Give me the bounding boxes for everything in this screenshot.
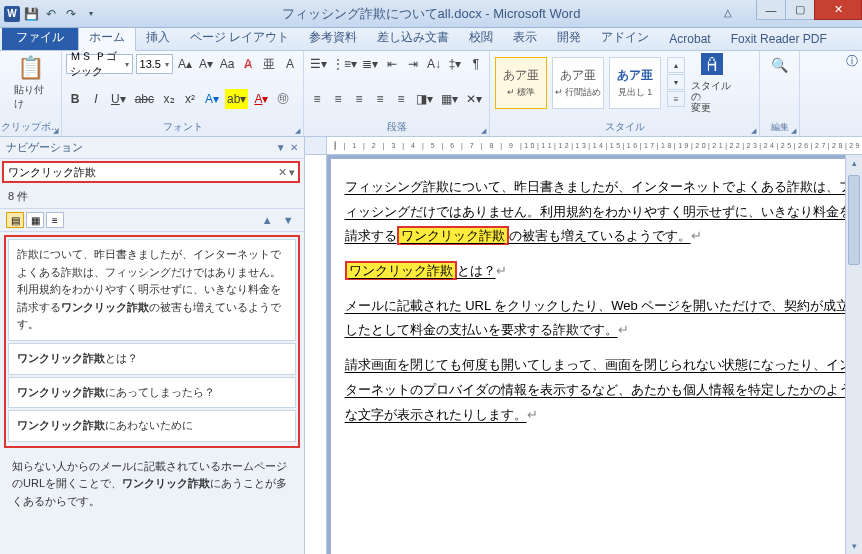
search-clear-icon[interactable]: ✕	[278, 166, 287, 179]
tab-insert[interactable]: 挿入	[136, 26, 180, 50]
superscript-button[interactable]: x²	[181, 89, 199, 109]
sort-button[interactable]: A↓	[425, 54, 443, 74]
phonetic-button[interactable]: 亜	[260, 54, 278, 74]
shading-button[interactable]: ◨▾	[413, 89, 435, 109]
navigation-pane: ナビゲーション ▼ ✕ ✕ ▾ 8 件 ▤ ▦ ≡ ▲ ▼ 詐欺について、昨日書…	[0, 137, 305, 554]
scroll-thumb[interactable]	[848, 175, 860, 265]
nav-search-box[interactable]: ✕ ▾	[2, 161, 300, 183]
grow-font-button[interactable]: A▴	[176, 54, 194, 74]
strike-button[interactable]: abc	[132, 89, 157, 109]
paste-button[interactable]: 📋 貼り付け	[11, 54, 51, 112]
scroll-down-icon[interactable]: ▾	[846, 538, 862, 554]
search-dropdown-icon[interactable]: ▾	[289, 166, 295, 179]
tab-developer[interactable]: 開発	[547, 26, 591, 50]
indent-inc-button[interactable]: ⇥	[404, 54, 422, 74]
undo-icon[interactable]: ↶	[42, 5, 60, 23]
title-bar: W 💾 ↶ ↷ ▾ フィッシング詐欺についてall.docx - Microso…	[0, 0, 862, 28]
numbering-button[interactable]: ⋮≡▾	[331, 54, 358, 74]
align-right-button[interactable]: ≡	[350, 89, 368, 109]
text-effects-button[interactable]: A▾	[202, 89, 222, 109]
style-nospacing[interactable]: あア亜 ↵ 行間詰め	[552, 57, 604, 109]
enclose-button[interactable]: ㊞	[274, 89, 292, 109]
clear-format-button[interactable]: A̷	[239, 54, 257, 74]
nav-result-item[interactable]: ワンクリック詐欺にあってしまったら？	[8, 377, 296, 409]
change-styles-button[interactable]: 🅰 スタイルの 変更	[688, 53, 736, 111]
bold-button[interactable]: B	[66, 89, 84, 109]
ruler-corner	[305, 137, 327, 155]
highlight-match: ワンクリック詐欺	[345, 261, 457, 280]
bullets-button[interactable]: ☰▾	[308, 54, 328, 74]
highlight-button[interactable]: ab▾	[225, 89, 248, 109]
help-icon[interactable]: ⓘ	[846, 53, 858, 70]
paste-icon: 📋	[17, 55, 44, 81]
window-title: フィッシング詐欺についてall.docx - Microsoft Word	[282, 5, 581, 23]
find-icon[interactable]: 🔍	[771, 57, 788, 73]
nav-result-count: 8 件	[0, 185, 304, 209]
nav-result-item[interactable]: ワンクリック詐欺にあわないために	[8, 410, 296, 442]
vertical-ruler[interactable]	[305, 155, 327, 554]
multilevel-button[interactable]: ≣▾	[361, 54, 380, 74]
group-paragraph-label: 段落	[304, 120, 489, 136]
vertical-scrollbar[interactable]: ▴ ▾	[845, 155, 862, 554]
align-left-button[interactable]: ≡	[308, 89, 326, 109]
font-name-select[interactable]: ＭＳ Ｐゴシック▾	[66, 54, 133, 74]
close-button[interactable]: ✕	[814, 0, 862, 20]
tab-references[interactable]: 参考資料	[299, 26, 367, 50]
redo-icon[interactable]: ↷	[62, 5, 80, 23]
subscript-button[interactable]: x₂	[160, 89, 178, 109]
align-justify-button[interactable]: ≡	[371, 89, 389, 109]
nav-result-item[interactable]: 詐欺について、昨日書きましたが、インターネットでよくある詐欺は、フィッシングだけ…	[8, 239, 296, 341]
tab-addins[interactable]: アドイン	[591, 26, 659, 50]
tab-review[interactable]: 校閲	[459, 26, 503, 50]
ribbon: ⓘ 📋 貼り付け クリップボ... ＭＳ Ｐゴシック▾ 13.5▾ A▴ A▾ …	[0, 51, 862, 137]
styles-scroll-down[interactable]: ▾	[667, 74, 685, 90]
style-heading1[interactable]: あア亜 見出し 1	[609, 57, 661, 109]
word-app-icon: W	[4, 6, 20, 22]
asian-layout-button[interactable]: ✕▾	[464, 89, 485, 109]
group-editing-label: 編集	[760, 121, 799, 136]
font-size-select[interactable]: 13.5▾	[136, 54, 173, 74]
ribbon-min-icon[interactable]: △	[724, 7, 732, 18]
indent-dec-button[interactable]: ⇤	[383, 54, 401, 74]
borders-button[interactable]: ▦▾	[438, 89, 460, 109]
document-area: ┃ | 1 | 2 | 3 | 4 | 5 | 6 | 7 | 8 | 9 |1…	[305, 137, 862, 554]
line-spacing-button[interactable]: ‡▾	[446, 54, 464, 74]
nav-search-input[interactable]	[4, 164, 278, 180]
nav-result-item[interactable]: ワンクリック詐欺とは？	[8, 343, 296, 375]
tab-view[interactable]: 表示	[503, 26, 547, 50]
nav-prev-result[interactable]: ▲	[258, 214, 277, 226]
char-border-button[interactable]: A	[281, 54, 299, 74]
tab-layout[interactable]: ページ レイアウト	[180, 26, 299, 50]
nav-view-headings[interactable]: ▤	[6, 212, 24, 228]
nav-dropdown-icon[interactable]: ▼	[276, 142, 286, 153]
document-page[interactable]: フィッシング詐欺について、昨日書きましたが、インターネットでよくある詐欺は、フィ…	[331, 159, 862, 554]
tab-acrobat[interactable]: Acrobat	[659, 29, 720, 50]
group-font-label: フォント	[62, 120, 303, 136]
nav-view-pages[interactable]: ▦	[26, 212, 44, 228]
qat-dropdown-icon[interactable]: ▾	[82, 5, 100, 23]
style-normal[interactable]: あア亜 ↵ 標準	[495, 57, 547, 109]
align-center-button[interactable]: ≡	[329, 89, 347, 109]
minimize-button[interactable]: —	[756, 0, 786, 20]
show-marks-button[interactable]: ¶	[467, 54, 485, 74]
nav-view-results[interactable]: ≡	[46, 212, 64, 228]
nav-next-result[interactable]: ▼	[279, 214, 298, 226]
tab-mailings[interactable]: 差し込み文書	[367, 26, 459, 50]
change-case-button[interactable]: Aa	[218, 54, 236, 74]
shrink-font-button[interactable]: A▾	[197, 54, 215, 74]
italic-button[interactable]: I	[87, 89, 105, 109]
horizontal-ruler[interactable]: ┃ | 1 | 2 | 3 | 4 | 5 | 6 | 7 | 8 | 9 |1…	[327, 137, 862, 155]
styles-expand[interactable]: ≡	[667, 91, 685, 107]
maximize-button[interactable]: ▢	[785, 0, 815, 20]
save-icon[interactable]: 💾	[22, 5, 40, 23]
scroll-up-icon[interactable]: ▴	[846, 155, 862, 171]
font-color-button[interactable]: A▾	[251, 89, 271, 109]
tab-foxit[interactable]: Foxit Reader PDF	[721, 29, 837, 50]
tab-file[interactable]: ファイル	[2, 25, 78, 50]
styles-scroll-up[interactable]: ▴	[667, 57, 685, 73]
underline-button[interactable]: U▾	[108, 89, 129, 109]
nav-close-icon[interactable]: ✕	[290, 142, 298, 153]
tab-home[interactable]: ホーム	[78, 25, 136, 51]
nav-result-overflow[interactable]: 知らない人からのメールに記載されているホームページのURLを開くことで、ワンクリ…	[4, 452, 300, 517]
distributed-button[interactable]: ≡	[392, 89, 410, 109]
